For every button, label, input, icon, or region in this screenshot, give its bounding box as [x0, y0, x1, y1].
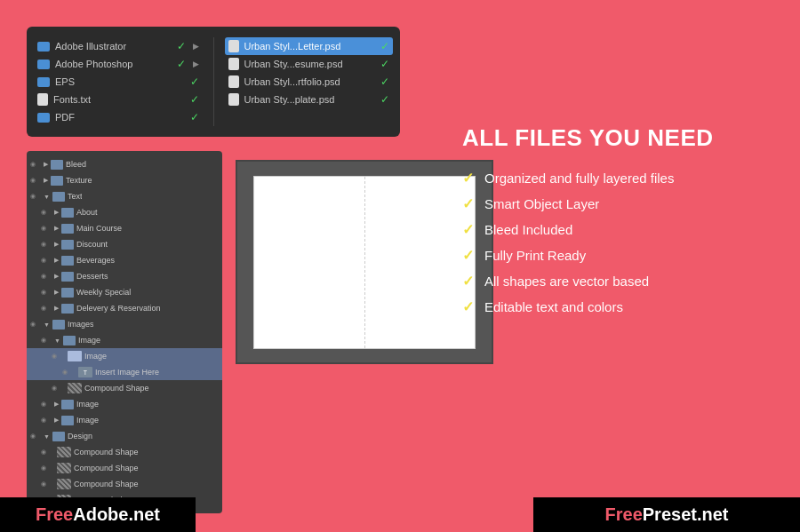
layer-row[interactable]: ◉Compound Shape — [27, 460, 222, 476]
layer-thumbnail — [68, 351, 82, 361]
banner-right-rest: Preset.net — [643, 504, 729, 524]
right-content: ALL FILES YOU NEED ✓Organized and fully … — [462, 124, 764, 315]
feature-check-icon: ✓ — [462, 273, 474, 290]
layer-name: Compound Shape — [84, 384, 149, 393]
eye-icon: ◉ — [52, 385, 62, 392]
feature-check-icon: ✓ — [462, 221, 474, 238]
feature-item: ✓Smart Object Layer — [462, 195, 764, 212]
layer-name: Main Course — [76, 224, 122, 233]
feature-list: ✓Organized and fully layered files✓Smart… — [462, 170, 764, 315]
expand-arrow: ▶ — [54, 209, 59, 216]
layer-thumbnail — [52, 432, 65, 441]
layer-thumbnail — [68, 383, 82, 393]
file-icon — [37, 42, 50, 52]
layer-row[interactable]: ◉▼Design — [27, 428, 222, 444]
banner-left: FreeAdobe.net — [0, 497, 196, 532]
layer-row[interactable]: ◉▼Image — [27, 332, 222, 348]
feature-item: ✓Organized and fully layered files — [462, 170, 764, 187]
layer-row[interactable]: ◉Image — [27, 348, 222, 364]
layer-row[interactable]: ◉▶Desserts — [27, 268, 222, 284]
feature-text: All shapes are vector based — [484, 274, 649, 289]
expand-arrow: ▶ — [54, 417, 59, 424]
expand-arrow: ▶ — [54, 289, 59, 296]
eye-icon: ◉ — [41, 257, 52, 264]
layer-row[interactable]: ◉▼Text — [27, 188, 222, 204]
file-icon — [37, 77, 50, 87]
feature-text: Organized and fully layered files — [484, 171, 674, 186]
file-icon — [228, 93, 239, 106]
file-item[interactable]: Urban Sty...esume.psd✓ — [225, 55, 394, 73]
layer-thumbnail — [51, 176, 63, 186]
layer-row[interactable]: ◉▶Delevery & Reservation — [27, 300, 222, 316]
layer-name: Compound Shape — [74, 448, 139, 457]
expand-arrow: ▶ — [54, 401, 59, 408]
file-name: PDF — [55, 112, 75, 123]
layer-name: About — [76, 208, 98, 217]
check-icon: ✓ — [177, 58, 186, 70]
layer-row[interactable]: ◉Compound Shape — [27, 444, 222, 460]
layer-row[interactable]: ◉▶Image — [27, 396, 222, 412]
eye-icon: ◉ — [41, 241, 52, 248]
layer-thumbnail — [61, 304, 74, 314]
check-icon: ✓ — [380, 40, 389, 52]
feature-item: ✓Bleed Included — [462, 221, 764, 238]
file-item[interactable]: Adobe Illustrator✓▶ — [34, 37, 203, 55]
layer-row[interactable]: ◉▶Weekly Special — [27, 284, 222, 300]
layer-thumbnail — [52, 320, 65, 330]
layer-row[interactable]: ◉Compound Shape — [27, 380, 222, 396]
layer-thumbnail — [57, 447, 71, 457]
layer-row[interactable]: ◉▶Discount — [27, 236, 222, 252]
banner-left-rest: Adobe.net — [73, 504, 160, 524]
feature-check-icon: ✓ — [462, 298, 474, 315]
file-icon — [37, 93, 48, 106]
layer-row[interactable]: ◉Compound Shape — [27, 476, 222, 492]
layer-name: Discount — [76, 240, 108, 249]
feature-item: ✓Fully Print Ready — [462, 247, 764, 264]
layer-name: Insert Image Here — [95, 368, 159, 377]
layer-name: Image — [76, 400, 99, 409]
check-icon: ✓ — [380, 93, 389, 106]
layer-row[interactable]: ◉▶Image — [27, 412, 222, 428]
layer-row[interactable]: ◉▼Images — [27, 316, 222, 332]
doc-page-left — [254, 177, 365, 348]
layer-name: Delevery & Reservation — [76, 304, 161, 313]
file-item[interactable]: Urban Styl...Letter.psd✓ — [225, 37, 394, 55]
file-item[interactable]: Fonts.txt✓ — [34, 91, 203, 108]
layer-name: Images — [68, 320, 94, 329]
check-icon: ✓ — [190, 75, 199, 88]
layer-thumbnail — [61, 240, 74, 250]
layer-row[interactable]: ◉▶Texture — [27, 172, 222, 188]
file-item[interactable]: Urban Sty...plate.psd✓ — [225, 91, 394, 108]
banner-right: FreePreset.net — [533, 497, 800, 532]
feature-text: Fully Print Ready — [484, 248, 586, 263]
layer-name: Weekly Special — [76, 288, 131, 297]
file-item[interactable]: PDF✓ — [34, 108, 203, 126]
layer-thumbnail — [63, 336, 76, 345]
file-item[interactable]: Adobe Photoshop✓▶ — [34, 55, 203, 73]
eye-icon: ◉ — [62, 369, 73, 376]
file-icon — [228, 75, 239, 88]
layer-name: Compound Shape — [74, 464, 139, 472]
layer-thumbnail — [61, 224, 74, 234]
layer-row[interactable]: ◉▶Beverages — [27, 252, 222, 268]
expand-arrow: ▼ — [44, 194, 50, 200]
layer-thumbnail — [61, 416, 74, 425]
eye-icon: ◉ — [41, 480, 52, 488]
eye-icon: ◉ — [41, 273, 52, 280]
file-name: Urban Styl...Letter.psd — [244, 41, 341, 52]
feature-text: Bleed Included — [484, 222, 572, 237]
layer-row[interactable]: ◉TInsert Image Here — [27, 364, 222, 380]
file-item[interactable]: EPS✓ — [34, 73, 203, 91]
layer-row[interactable]: ◉▶About — [27, 204, 222, 220]
feature-check-icon: ✓ — [462, 247, 474, 264]
feature-item: ✓Editable text and colors — [462, 298, 764, 315]
layer-row[interactable]: ◉▶Bleed — [27, 156, 222, 172]
layer-thumbnail — [61, 256, 74, 266]
file-item[interactable]: Urban Styl...rtfolio.psd✓ — [225, 73, 394, 91]
right-file-panel: Urban Styl...Letter.psd✓Urban Sty...esum… — [218, 34, 401, 130]
panel-divider — [213, 37, 214, 126]
eye-icon: ◉ — [30, 161, 41, 168]
layer-row[interactable]: ◉▶Main Course — [27, 220, 222, 236]
expand-arrow: ▶ — [44, 177, 48, 184]
layer-thumbnail — [51, 160, 63, 170]
